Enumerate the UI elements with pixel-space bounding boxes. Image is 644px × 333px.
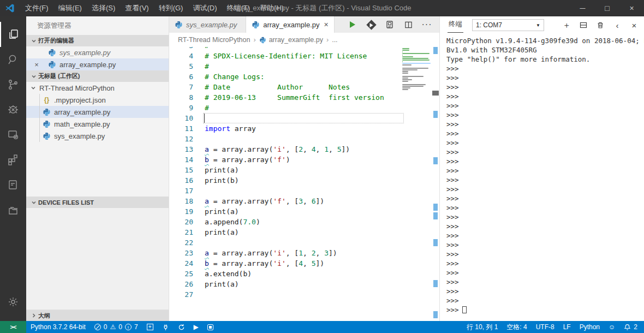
close-button[interactable]: ×	[619, 0, 644, 16]
code-line-22[interactable]: 22	[169, 237, 439, 248]
menu-帮助H[interactable]: 帮助(H)	[255, 0, 289, 16]
code-line-13[interactable]: 13a = array.array('i', [2, 4, 1, 5])	[169, 144, 439, 154]
tree-file-math_example.py[interactable]: math_example.py	[26, 118, 169, 130]
code-line-7[interactable]: 7# Date Author Notes	[169, 82, 439, 92]
feedback-smiley-icon[interactable]: ☺	[604, 321, 619, 333]
open-editor-item[interactable]: sys_example.py	[26, 46, 169, 58]
debug-icon[interactable]	[0, 97, 26, 122]
eol-status[interactable]: LF	[559, 321, 575, 333]
menu-查看V[interactable]: 查看(V)	[120, 0, 153, 16]
breadcrumb-file[interactable]: array_example.py	[259, 36, 323, 44]
code-line-23[interactable]: 23a = array.array('i', [1, 2, 3])	[169, 248, 439, 258]
code-line-12[interactable]: 12	[169, 134, 439, 144]
terminal-tab[interactable]: 终端	[448, 17, 463, 33]
code-line-11[interactable]: 11import array	[169, 123, 439, 134]
run-python-file-button[interactable]	[348, 20, 357, 29]
split-terminal-icon[interactable]	[579, 21, 588, 29]
device-files-list-header[interactable]: DEVICE FILES LIST	[26, 197, 169, 208]
menu-调试D[interactable]: 调试(D)	[188, 0, 222, 16]
code-line-9[interactable]: 9#	[169, 103, 439, 113]
notifications-bell[interactable]: 2	[619, 321, 644, 333]
remote-device-icon[interactable]	[0, 122, 26, 147]
run-button[interactable]: ▶	[189, 321, 203, 333]
outline-header[interactable]: 大纲	[26, 310, 169, 321]
connect-device-button[interactable]	[158, 321, 174, 333]
tab-array-example[interactable]: array_example.py ×	[246, 16, 335, 33]
minimap[interactable]	[402, 48, 431, 92]
tree-folder-rt-thread-micropython[interactable]: RT-Thread MicroPython	[26, 82, 169, 94]
editor-tabs: sys_example.py array_example.py × ···	[169, 16, 439, 33]
stop-button[interactable]	[203, 321, 218, 333]
close-panel-icon[interactable]: ×	[630, 21, 639, 29]
kill-terminal-icon[interactable]	[596, 21, 605, 29]
editor-scrollbar-thumb[interactable]	[432, 91, 439, 96]
overview-ruler[interactable]	[432, 47, 439, 321]
breadcrumb-separator: ›	[253, 36, 255, 44]
code-line-27[interactable]: 27	[169, 289, 439, 300]
code-line-15[interactable]: 15print(a)	[169, 165, 439, 175]
menu-编辑E[interactable]: 编辑(E)	[53, 0, 87, 16]
chevron-left-icon[interactable]: ‹	[613, 21, 622, 29]
code-line-19[interactable]: 19print(a)	[169, 206, 439, 217]
code-line-17[interactable]: 17	[169, 186, 439, 196]
download-to-device-button[interactable]	[385, 20, 395, 29]
breadcrumb-symbols[interactable]: ...	[332, 36, 337, 44]
language-mode-status[interactable]: Python	[575, 321, 604, 333]
open-editor-item-active[interactable]: × array_example.py	[26, 58, 169, 70]
explorer-icon[interactable]	[0, 22, 26, 47]
python-interpreter-status[interactable]: Python 3.7.2 64-bit	[26, 321, 90, 333]
device-folders-icon[interactable]	[0, 198, 26, 223]
tree-file-.mpyproject.json[interactable]: {}.mpyproject.json	[26, 94, 169, 106]
terminal-output[interactable]: MicroPython v1.9.4-114-g309fe39d on 2018…	[440, 34, 644, 321]
code-line-20[interactable]: 20a.append(7.0)	[169, 217, 439, 227]
code-line-21[interactable]: 21print(a)	[169, 227, 439, 237]
menu-终端T[interactable]: 终端(T)	[222, 0, 255, 16]
workspace-header[interactable]: 无标题 (工作区)	[26, 70, 169, 82]
extensions-icon[interactable]	[0, 147, 26, 173]
minimize-button[interactable]: ─	[570, 0, 595, 16]
code-line-18[interactable]: 18a = array.array('f', [3, 6])	[169, 196, 439, 206]
code-line-26[interactable]: 26print(a)	[169, 279, 439, 289]
add-device-file-button[interactable]: +	[142, 321, 158, 333]
terminal-selector-dropdown[interactable]: 1: COM7 ▼	[472, 19, 544, 31]
code-line-14[interactable]: 14b = array.array('f')	[169, 154, 439, 165]
remote-indicator[interactable]: ><	[0, 321, 26, 333]
code-line-6[interactable]: 6# Change Logs:	[169, 72, 439, 82]
code-line-3[interactable]: 3#	[169, 47, 439, 51]
code-line-10[interactable]: 10	[169, 113, 439, 123]
indentation-status[interactable]: 空格: 4	[502, 321, 531, 333]
code-line-4[interactable]: 4# SPDX-License-Identifier: MIT License	[169, 51, 439, 61]
bell-icon	[624, 324, 631, 331]
code-line-24[interactable]: 24b = array.array('i', [4, 5])	[169, 258, 439, 269]
close-tab-icon[interactable]: ×	[324, 20, 329, 29]
new-terminal-icon[interactable]: ＋	[562, 21, 571, 29]
code-line-5[interactable]: 5#	[169, 61, 439, 72]
search-icon[interactable]	[0, 47, 26, 72]
menu-文件F[interactable]: 文件(F)	[20, 0, 53, 16]
breadcrumb-folder[interactable]: RT-Thread MicroPython	[178, 36, 250, 44]
code-line-16[interactable]: 16print(b)	[169, 175, 439, 186]
open-editors-header[interactable]: 打开的编辑器	[26, 35, 169, 46]
source-control-icon[interactable]	[0, 72, 26, 97]
menu-转到G[interactable]: 转到(G)	[154, 0, 188, 16]
line-text: b = array.array('f')	[205, 154, 290, 165]
cursor-position-status[interactable]: 行 10, 列 1	[462, 321, 502, 333]
notebook-icon[interactable]	[0, 173, 26, 198]
maximize-button[interactable]: □	[595, 0, 619, 16]
close-icon[interactable]: ×	[33, 61, 40, 69]
sync-button[interactable]	[174, 321, 189, 333]
menu-选择S[interactable]: 选择(S)	[87, 0, 120, 16]
code-line-8[interactable]: 8# 2019-06-13 SummerGift first version	[169, 92, 439, 103]
tree-file-sys_example.py[interactable]: sys_example.py	[26, 130, 169, 142]
problems-status[interactable]: 0 ⚠0 i7	[90, 321, 142, 333]
run-micropython-button[interactable]	[366, 20, 376, 29]
code-line-25[interactable]: 25a.extend(b)	[169, 269, 439, 279]
breadcrumb[interactable]: RT-Thread MicroPython › array_example.py…	[169, 33, 439, 47]
tab-sys-example[interactable]: sys_example.py	[169, 16, 246, 33]
encoding-status[interactable]: UTF-8	[532, 321, 559, 333]
settings-gear-icon[interactable]	[0, 289, 26, 314]
split-editor-button[interactable]	[403, 20, 413, 29]
code-editor[interactable]: 3#4# SPDX-License-Identifier: MIT Licens…	[169, 47, 439, 321]
tree-file-array_example.py[interactable]: array_example.py	[26, 106, 169, 118]
more-actions-button[interactable]: ···	[422, 20, 432, 29]
